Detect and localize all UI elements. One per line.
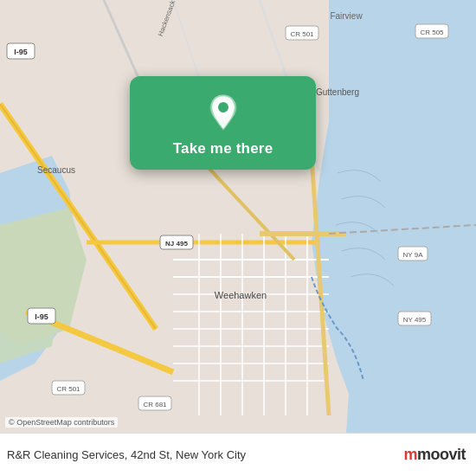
svg-text:Fairview: Fairview xyxy=(330,11,363,21)
take-me-there-card[interactable]: Take me there xyxy=(130,76,316,170)
svg-text:Weehawken: Weehawken xyxy=(215,290,267,300)
svg-text:Guttenberg: Guttenberg xyxy=(316,87,359,97)
moovit-rest: moovit xyxy=(417,446,466,463)
moovit-m: m xyxy=(403,446,417,463)
svg-text:NY 495: NY 495 xyxy=(403,316,427,324)
svg-text:CR 501: CR 501 xyxy=(290,30,314,38)
osm-attribution: © OpenStreetMap contributors xyxy=(5,417,118,428)
take-me-there-label: Take me there xyxy=(173,140,273,158)
moovit-logo: mmoovit xyxy=(403,446,466,464)
svg-point-56 xyxy=(218,102,228,113)
svg-text:I-95: I-95 xyxy=(35,312,48,321)
svg-text:I-95: I-95 xyxy=(14,48,28,56)
svg-text:NY 9A: NY 9A xyxy=(403,251,424,259)
svg-text:CR 505: CR 505 xyxy=(420,29,444,36)
svg-text:Secaucus: Secaucus xyxy=(37,165,75,175)
map-container: I-95 NJ 495 I-95 CR 501 CR 505 NY 9A NY … xyxy=(0,0,476,433)
attribution-text: © OpenStreetMap contributors xyxy=(9,418,114,427)
location-pin-icon xyxy=(203,92,244,133)
svg-text:CR 681: CR 681 xyxy=(143,401,167,408)
location-text: R&R Cleaning Services, 42nd St, New York… xyxy=(7,448,246,461)
svg-text:NJ 495: NJ 495 xyxy=(165,240,188,248)
svg-text:CR 501: CR 501 xyxy=(56,385,80,393)
map-svg: I-95 NJ 495 I-95 CR 501 CR 505 NY 9A NY … xyxy=(0,0,476,433)
bottom-bar: R&R Cleaning Services, 42nd St, New York… xyxy=(0,433,476,476)
moovit-brand-text: mmoovit xyxy=(403,446,466,464)
